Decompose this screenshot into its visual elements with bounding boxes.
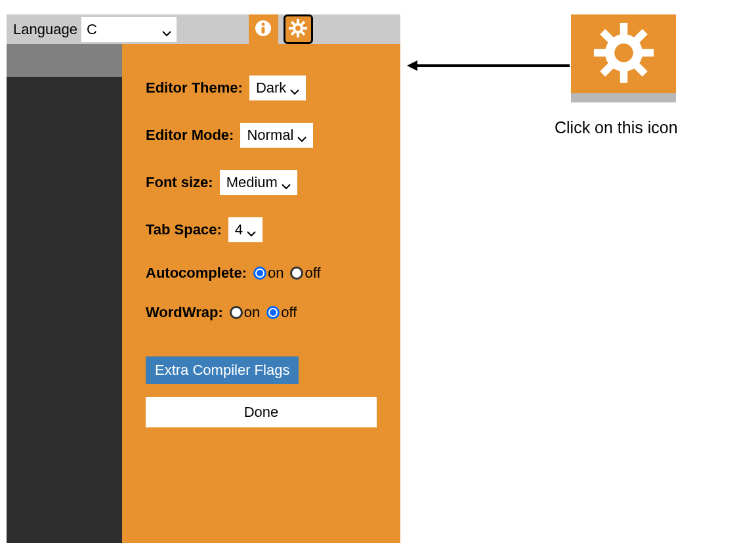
svg-point-1 xyxy=(262,22,265,26)
autocomplete-on-label: on xyxy=(268,265,284,282)
svg-marker-24 xyxy=(407,60,417,71)
editor-mode-row: Editor Mode: Normal xyxy=(146,123,377,148)
wordwrap-label: WordWrap: xyxy=(146,304,223,321)
wordwrap-off-label: off xyxy=(281,304,297,321)
tab-space-value: 4 xyxy=(235,221,243,238)
editor-mode-value: Normal xyxy=(247,127,293,144)
chevron-down-icon xyxy=(282,178,291,187)
arrow-icon xyxy=(407,59,571,72)
font-size-label: Font size: xyxy=(146,174,213,191)
top-bar: Language C xyxy=(7,14,400,44)
wordwrap-radio-group: on off xyxy=(230,304,303,321)
autocomplete-off-radio[interactable] xyxy=(290,267,303,280)
wordwrap-on-label: on xyxy=(244,304,260,321)
callout-gear-box xyxy=(571,14,676,93)
language-label: Language xyxy=(9,21,81,38)
wordwrap-on-radio[interactable] xyxy=(230,306,243,319)
svg-rect-7 xyxy=(303,27,307,30)
settings-panel: Editor Theme: Dark Editor Mode: Normal F… xyxy=(122,44,400,543)
callout-bar xyxy=(571,93,676,102)
svg-rect-2 xyxy=(262,27,265,33)
svg-point-12 xyxy=(295,26,301,31)
settings-button[interactable] xyxy=(284,14,313,44)
editor-area[interactable] xyxy=(7,77,122,543)
tab-space-row: Tab Space: 4 xyxy=(146,217,377,242)
svg-rect-5 xyxy=(297,33,299,37)
autocomplete-row: Autocomplete: on off xyxy=(146,265,377,282)
chevron-down-icon xyxy=(297,131,306,140)
autocomplete-radio-group: on off xyxy=(253,265,326,282)
done-button[interactable]: Done xyxy=(146,397,377,427)
svg-rect-16 xyxy=(593,49,606,56)
autocomplete-on-radio[interactable] xyxy=(253,267,266,280)
svg-rect-17 xyxy=(641,49,654,56)
chevron-down-icon xyxy=(290,83,299,93)
svg-rect-14 xyxy=(620,22,627,35)
svg-point-22 xyxy=(614,43,633,62)
chevron-down-icon xyxy=(247,225,256,234)
editor-theme-row: Editor Theme: Dark xyxy=(146,75,377,100)
svg-rect-6 xyxy=(289,27,293,30)
svg-rect-15 xyxy=(620,70,627,83)
chevron-down-icon xyxy=(162,25,171,34)
info-button[interactable] xyxy=(249,14,278,44)
font-size-row: Font size: Medium xyxy=(146,170,377,195)
gear-icon xyxy=(593,22,655,87)
autocomplete-label: Autocomplete: xyxy=(146,265,247,282)
info-icon xyxy=(255,20,272,39)
autocomplete-off-label: off xyxy=(305,265,320,282)
language-select[interactable]: C xyxy=(81,17,177,42)
tab-space-label: Tab Space: xyxy=(146,221,222,238)
editor-mode-label: Editor Mode: xyxy=(146,127,234,144)
callout-text: Click on this icon xyxy=(555,118,678,137)
language-select-value: C xyxy=(87,21,97,38)
extra-compiler-flags-button[interactable]: Extra Compiler Flags xyxy=(146,356,299,384)
font-size-value: Medium xyxy=(226,174,278,191)
editor-mode-select[interactable]: Normal xyxy=(240,123,313,148)
editor-theme-value: Dark xyxy=(256,79,286,97)
tab-space-select[interactable]: 4 xyxy=(228,217,263,242)
svg-rect-4 xyxy=(297,19,299,23)
second-bar xyxy=(7,44,122,77)
gear-icon xyxy=(289,19,307,40)
font-size-select[interactable]: Medium xyxy=(220,170,297,195)
editor-theme-select[interactable]: Dark xyxy=(249,75,306,100)
wordwrap-off-radio[interactable] xyxy=(266,306,280,319)
editor-theme-label: Editor Theme: xyxy=(146,79,243,97)
wordwrap-row: WordWrap: on off xyxy=(146,304,377,321)
